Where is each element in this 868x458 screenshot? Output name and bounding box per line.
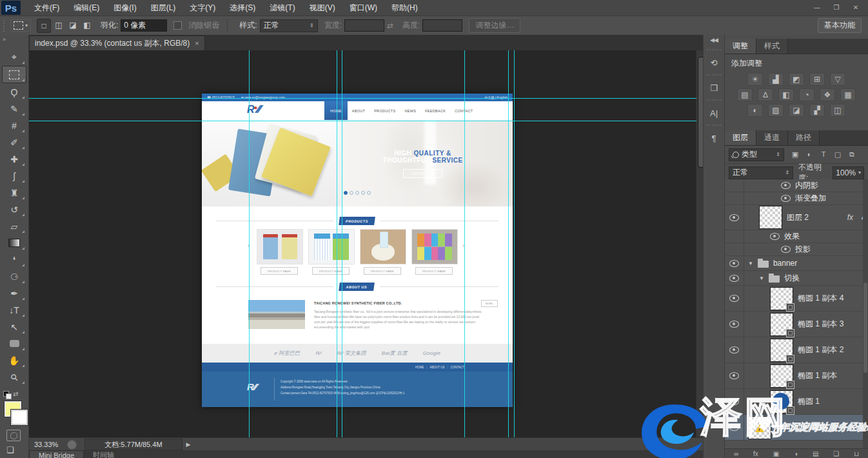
zoom-level-field[interactable]: 33.33% [29,441,63,448]
visibility-cell[interactable] [725,179,744,192]
layer-row[interactable]: 椭圆 1 副本 [725,363,868,389]
menu-item-文[interactable]: 文字(Y) [182,0,222,15]
history-panel-icon[interactable]: ⟲ [706,55,722,70]
tab-通道[interactable]: 通道 [756,130,788,145]
guide-vertical[interactable] [508,50,509,437]
visibility-cell[interactable] [725,363,744,388]
character-panel-icon[interactable]: A| [706,105,722,121]
visibility-cell[interactable] [725,243,744,255]
selection-mode-icon-0[interactable]: □ [37,19,51,33]
layer-row[interactable]: contact us 副本 [725,415,868,441]
photo-filter-icon[interactable]: ◔ [799,88,814,101]
gradient-map-icon[interactable]: ▞ [809,104,825,117]
levels-icon[interactable]: ▟ [768,73,784,86]
layer-row[interactable]: 渐变叠加 [725,192,868,205]
tab-close-icon[interactable]: × [195,39,199,47]
menu-item-图[interactable]: 图像(I) [106,0,143,15]
canvas-viewport[interactable]: ☎ 0512-82707615 ✉ sara.xu@rongweigroup.c… [29,50,704,437]
layer-row[interactable]: 内阴影 [725,179,868,192]
visibility-cell[interactable] [725,192,744,204]
path-selection-tool[interactable]: ↖ [3,319,26,335]
status-options-arrow-icon[interactable]: ▶ [186,441,191,448]
guide-horizontal[interactable] [29,98,696,99]
eye-icon[interactable] [729,321,739,328]
layer-thumbnail[interactable] [759,206,782,229]
layer-row[interactable]: 椭圆 1 副本 3 [725,312,868,337]
color-lookup-icon[interactable]: ▦ [840,88,856,101]
layer-thumbnail[interactable] [770,339,793,362]
spot-healing-brush-tool[interactable]: ✚ [3,151,26,167]
filter-type-layers-icon[interactable]: T [818,150,829,159]
opacity-field[interactable]: 100%▾ [833,166,864,179]
clone-stamp-tool[interactable]: ♜ [3,184,26,201]
rounded-rectangle-tool[interactable] [3,335,26,352]
layer-mask-icon[interactable]: ▣ [773,450,779,457]
layer-row[interactable]: 投影 [725,243,868,256]
posterize-icon[interactable]: ▨ [768,104,784,117]
tool-preset-picker[interactable]: ▾ [10,19,31,32]
antialias-checkbox[interactable] [173,21,182,30]
layer-thumbnail[interactable] [770,287,793,310]
layer-thumbnail[interactable] [770,364,793,388]
blur-tool[interactable]: ❛ [3,252,26,268]
adjustment-layer-icon[interactable]: ◑ [794,450,798,457]
link-layers-icon[interactable]: ∞ [734,450,738,457]
new-group-icon[interactable]: ▤ [813,450,818,457]
visibility-cell[interactable] [725,337,744,363]
quick-mask-button[interactable] [6,430,21,441]
filter-adjustment-layers-icon[interactable]: ◐ [804,150,814,159]
gradient-tool[interactable] [3,235,26,251]
default-colors-icon[interactable] [3,391,9,397]
screen-mode-button[interactable]: ❏ [6,445,28,455]
zoom-tool[interactable]: ⚲ [3,369,26,385]
eyedropper-tool[interactable]: ✐ [3,134,26,150]
visibility-cell[interactable] [725,312,744,337]
quick-selection-tool[interactable]: ✎ [3,101,26,117]
document-tab[interactable]: index.psd @ 33.3% (contact us 副本, RGB/8)… [29,35,205,50]
rectangular-marquee-tool[interactable] [2,66,26,83]
visibility-cell[interactable] [725,230,744,243]
layer-style-icon[interactable]: fx [753,450,758,457]
guide-horizontal[interactable] [29,121,696,121]
properties-panel-icon[interactable]: ❒ [706,80,722,95]
dodge-tool[interactable]: ⚆ [3,268,26,284]
filter-shape-layers-icon[interactable]: ▢ [833,150,843,159]
crop-tool[interactable]: # [3,117,26,134]
channel-mixer-icon[interactable]: ❖ [820,88,835,101]
eye-icon[interactable] [729,260,739,267]
layer-row[interactable]: 效果 [725,230,868,243]
restore-button[interactable]: ❐ [828,3,845,13]
layer-row[interactable]: 图层 2fx▲ [725,205,868,230]
visibility-cell[interactable] [725,286,744,311]
black-white-icon[interactable]: ◧ [778,88,794,101]
eye-icon[interactable] [729,275,739,282]
blend-mode-select[interactable]: 正常 ⇕ [729,166,793,179]
vibrance-icon[interactable]: ▽ [830,73,845,86]
selective-color-icon[interactable]: ◫ [830,104,845,117]
layers-scrollbar[interactable] [863,179,868,449]
brush-tool[interactable]: ʃ [3,168,26,184]
exposure-icon[interactable]: ⊞ [809,73,825,86]
feather-input[interactable]: 0 像素 [121,19,167,32]
background-color-swatch[interactable] [11,410,28,425]
menu-item-视[interactable]: 视图(V) [302,0,342,15]
layer-row[interactable]: 椭圆 1 副本 2 [725,337,868,363]
width-input[interactable] [344,19,384,32]
guide-vertical[interactable] [514,50,515,437]
minimize-button[interactable]: — [809,3,825,13]
lasso-tool[interactable]: Ϙ [3,84,26,100]
visibility-cell[interactable] [725,415,744,440]
filter-smart-objects-icon[interactable]: ⧉ [847,150,857,159]
visibility-cell[interactable] [725,256,744,270]
eye-icon[interactable] [729,424,739,431]
scrollbar-thumb[interactable] [863,283,867,373]
menu-item-文[interactable]: 文件(F) [27,0,66,15]
filter-type-select[interactable]: 类型 ⇕ [729,148,784,161]
history-brush-tool[interactable]: ↺ [3,201,26,217]
invert-icon[interactable]: ◐ [747,104,763,117]
swap-dimensions-icon[interactable]: ⇄ [387,21,393,30]
guide-vertical[interactable] [249,50,250,437]
new-layer-icon[interactable]: ❏ [833,450,839,457]
move-tool[interactable]: ⌖ [3,49,26,65]
tab-图层[interactable]: 图层 [725,130,756,145]
